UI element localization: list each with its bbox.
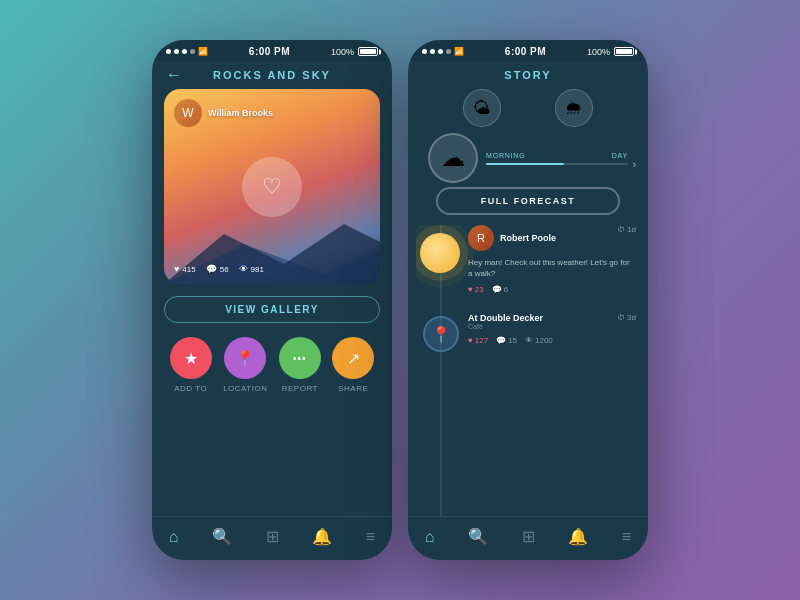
left-content: W William Brooks ♡ ♥ 415 💬 56: [152, 89, 392, 516]
nav-bell-right[interactable]: 🔔: [568, 527, 588, 546]
card-time-2: ⏱ 3d: [617, 313, 636, 322]
comment-icon: 💬: [206, 264, 217, 274]
nav-calendar-right[interactable]: ⊞: [522, 527, 535, 546]
weather-icons: 🌤 🌧: [416, 89, 640, 127]
card-user-2: At Double Decker Café: [468, 313, 543, 330]
wifi-icon-right: 📶: [454, 47, 464, 56]
action-buttons: ★ ADD TO 📍 LOCATION ••• REPORT ↗ SHARE: [164, 337, 380, 393]
battery-bar-right: [614, 47, 634, 56]
view-gallery-button[interactable]: VIEW GALLERY: [164, 296, 380, 323]
photo-card[interactable]: W William Brooks ♡ ♥ 415 💬 56: [164, 89, 380, 284]
card-header-2: At Double Decker Café ⏱ 3d: [468, 313, 636, 330]
avatar: W: [174, 99, 202, 127]
heart-icon-1: ♥: [468, 285, 473, 294]
timeline-fill: [486, 163, 564, 165]
battery-area-right: 100%: [587, 47, 634, 57]
signal-dot: [174, 49, 179, 54]
sun-circle: [420, 233, 460, 273]
rainy-icon-wrap: 🌧: [555, 89, 593, 127]
status-time: 6:00 PM: [249, 46, 290, 57]
location-button[interactable]: 📍: [224, 337, 266, 379]
nav-home[interactable]: ⌂: [169, 528, 179, 546]
card-user-1: R Robert Poole: [468, 225, 556, 251]
header-left: ← ROCKS AND SKY: [152, 61, 392, 89]
timeline-row: ☁ MORNING DAY ›: [428, 133, 628, 183]
avatar-robert: R: [468, 225, 494, 251]
stats-row: ♥ 415 💬 56 👁 981: [174, 264, 264, 274]
add-to-button[interactable]: ★: [170, 337, 212, 379]
sunny-icon: 🌤: [473, 98, 491, 119]
wifi-icon: 📶: [198, 47, 208, 56]
battery-bar: [358, 47, 378, 56]
views-count: 981: [251, 265, 264, 274]
pin-node: 📍: [420, 313, 462, 355]
card-time-1: ⏱ 1d: [617, 225, 636, 234]
comments-count: 56: [220, 265, 229, 274]
likes-stat: ♥ 415: [174, 264, 196, 274]
status-bar-left: 📶 6:00 PM 100%: [152, 40, 392, 61]
nav-home-right[interactable]: ⌂: [425, 528, 435, 546]
share-wrap: ↗ SHARE: [332, 337, 374, 393]
likes-count: 415: [182, 265, 195, 274]
weather-timeline: ☁ MORNING DAY ›: [416, 133, 640, 183]
right-phone: 📶 6:00 PM 100% STORY 🌤 🌧 ☁: [408, 40, 648, 560]
battery-pct: 100%: [331, 47, 354, 57]
signal-indicators-right: 📶: [422, 47, 464, 56]
signal-dot: [182, 49, 187, 54]
sunny-icon-wrap: 🌤: [463, 89, 501, 127]
right-content: 🌤 🌧 ☁ MORNING DAY ›: [408, 89, 648, 516]
battery-area: 100%: [331, 47, 378, 57]
report-button[interactable]: •••: [279, 337, 321, 379]
morning-label: MORNING: [486, 152, 525, 159]
signal-dot: [438, 49, 443, 54]
nav-menu[interactable]: ≡: [366, 528, 375, 546]
back-button[interactable]: ←: [166, 66, 182, 84]
cloud-icon-big: ☁: [428, 133, 478, 183]
timeline-right: MORNING DAY ›: [486, 152, 628, 165]
timeline-labels: MORNING DAY: [486, 152, 628, 159]
nav-menu-right[interactable]: ≡: [622, 528, 631, 546]
views-stat-2: 👁 1200: [525, 336, 553, 345]
heart-overlay[interactable]: ♡: [242, 157, 302, 217]
report-wrap: ••• REPORT: [279, 337, 321, 393]
card-stats-2: ♥ 127 💬 15 👁 1200: [468, 336, 636, 345]
timeline-bar: ›: [486, 163, 628, 165]
nav-search-right[interactable]: 🔍: [468, 527, 488, 546]
card-name-2: At Double Decker: [468, 313, 543, 323]
user-name: William Brooks: [208, 108, 273, 118]
comment-icon-1: 💬: [492, 285, 502, 294]
card-header-1: R Robert Poole ⏱ 1d: [468, 225, 636, 251]
nav-calendar[interactable]: ⊞: [266, 527, 279, 546]
page-title-right: STORY: [504, 69, 551, 81]
pin-circle: 📍: [423, 316, 459, 352]
nav-bell[interactable]: 🔔: [312, 527, 332, 546]
card-name-1: Robert Poole: [500, 233, 556, 243]
user-info: W William Brooks: [174, 99, 273, 127]
battery-fill: [360, 49, 376, 54]
location-label: LOCATION: [223, 384, 267, 393]
signal-dot: [166, 49, 171, 54]
signal-dot: [446, 49, 451, 54]
signal-dot: [430, 49, 435, 54]
likes-stat-2: ♥ 127: [468, 336, 488, 345]
clock-icon-2: ⏱: [617, 313, 625, 322]
nav-search[interactable]: 🔍: [212, 527, 232, 546]
comments-stat-1: 💬 6: [492, 285, 508, 294]
photo-bg: W William Brooks ♡ ♥ 415 💬 56: [164, 89, 380, 284]
signal-dot: [190, 49, 195, 54]
bottom-nav-left: ⌂ 🔍 ⊞ 🔔 ≡: [152, 516, 392, 560]
share-button[interactable]: ↗: [332, 337, 374, 379]
full-forecast-button[interactable]: FULL FORECAST: [436, 187, 620, 215]
left-phone: 📶 6:00 PM 100% ← ROCKS AND SKY W Wi: [152, 40, 392, 560]
card-sub-2: Café: [468, 323, 543, 330]
signal-dot: [422, 49, 427, 54]
rainy-icon: 🌧: [565, 98, 583, 119]
timeline-arrow-icon: ›: [633, 158, 636, 169]
comments-stat: 💬 56: [206, 264, 229, 274]
header-right: STORY: [408, 61, 648, 89]
day-label: DAY: [612, 152, 628, 159]
add-to-label: ADD TO: [174, 384, 207, 393]
page-title-left: ROCKS AND SKY: [213, 69, 331, 81]
card-body-1: Hey man! Check out this weather! Let's g…: [468, 257, 636, 279]
status-time-right: 6:00 PM: [505, 46, 546, 57]
